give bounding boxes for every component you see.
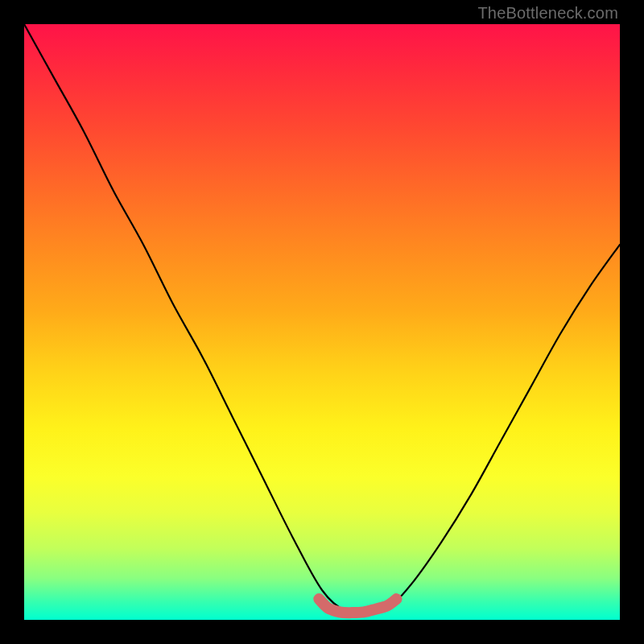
bottleneck-curve <box>24 24 620 613</box>
chart-container: TheBottleneck.com <box>0 0 644 644</box>
watermark-text: TheBottleneck.com <box>477 4 618 23</box>
plot-area <box>24 24 620 620</box>
plot-svg <box>24 24 620 620</box>
